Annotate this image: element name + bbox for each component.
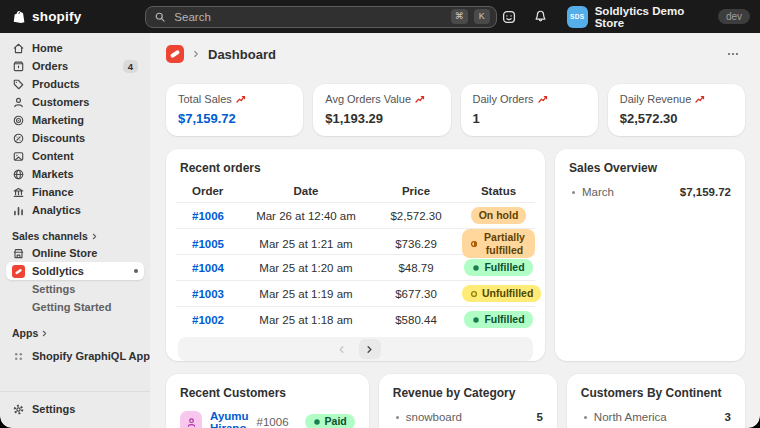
- metric-label: Daily Revenue: [620, 93, 733, 105]
- status-badge: Partially fulfilled: [462, 229, 535, 258]
- list-item: snowboard5: [393, 411, 543, 423]
- sidekick-button[interactable]: [497, 5, 522, 29]
- sidebar-section-apps[interactable]: Apps: [0, 325, 150, 341]
- order-link[interactable]: #1006: [192, 210, 224, 222]
- discounts-icon: [12, 132, 25, 145]
- orders-table-header: OrderDatePriceStatus: [176, 179, 535, 202]
- recent-customers-list: Ayumu Hirano#1006Paid: [180, 410, 355, 428]
- column-header-price: Price: [370, 185, 462, 197]
- breadcrumb-chevron-icon: [191, 49, 201, 59]
- metric-value: $2,572.30: [620, 111, 733, 126]
- list-item-label: North America: [594, 411, 667, 423]
- order-link[interactable]: #1002: [192, 314, 224, 326]
- next-page-button[interactable]: [359, 339, 381, 359]
- table-row: #1002Mar 25 at 1:18 am$580.44Fulfilled: [176, 306, 535, 332]
- status-cell: Fulfilled: [462, 311, 535, 327]
- notifications-bell-button[interactable]: [528, 5, 553, 29]
- sidebar-item-label: Analytics: [32, 204, 81, 216]
- sidebar-footer: Settings: [0, 391, 150, 428]
- sidebar-main-nav: HomeOrders4ProductsCustomersMarketingDis…: [0, 39, 150, 219]
- chevron-right-icon: [90, 232, 99, 241]
- sidebar-item-orders[interactable]: Orders4: [6, 57, 144, 75]
- status-cell: Unfulfilled: [462, 285, 541, 301]
- sidebar-item-markets[interactable]: Markets: [6, 165, 144, 183]
- sidebar-item-online-store[interactable]: Online Store: [6, 244, 144, 262]
- order-cell: #1004: [176, 262, 242, 274]
- sidebar-apps-nav: Shopify GraphiQL App: [0, 347, 150, 365]
- chart-increasing-icon: [415, 94, 425, 104]
- sidebar-sales-channels-nav: Online StoreSoldlyticsSettingsGetting St…: [0, 244, 150, 316]
- metric-card-avg-orders-value: Avg Orders Value$1,193.29: [313, 84, 450, 136]
- global-search[interactable]: ⌘ K: [145, 6, 496, 28]
- page-title: Dashboard: [208, 47, 276, 62]
- table-row: #1003Mar 25 at 1:19 am$677.30Unfulfilled: [176, 280, 535, 306]
- sidebar-item-content[interactable]: Content: [6, 147, 144, 165]
- orders-icon: [12, 60, 25, 73]
- customers-icon: [12, 96, 25, 109]
- home-icon: [12, 42, 25, 55]
- sidebar-item-getting-started[interactable]: Getting Started: [6, 298, 144, 316]
- shopify-wordmark: shopify: [32, 9, 81, 24]
- column-header-order: Order: [176, 185, 242, 197]
- sidebar-item-label: Soldlytics: [32, 265, 84, 277]
- metric-label: Total Sales: [178, 93, 291, 105]
- table-row: #1006Mar 26 at 12:40 am$2,572.30On hold: [176, 202, 535, 228]
- sales-channels-label: Sales channels: [12, 230, 88, 242]
- previous-page-button[interactable]: [331, 339, 353, 359]
- sidebar-item-discounts[interactable]: Discounts: [6, 129, 144, 147]
- notification-dot: [134, 269, 138, 273]
- chart-increasing-icon: [236, 94, 246, 104]
- more-actions-button[interactable]: [722, 45, 744, 63]
- sidebar-item-home[interactable]: Home: [6, 39, 144, 57]
- chevron-right-icon: [40, 329, 49, 338]
- bullet-icon: [584, 416, 587, 419]
- status-badge-label: Unfulfilled: [482, 287, 533, 300]
- metric-cards-row: Total Sales$7,159.72Avg Orders Value$1,1…: [166, 84, 745, 136]
- recent-customers-card: Recent Customers Ayumu Hirano#1006Paid: [166, 374, 369, 428]
- order-link[interactable]: #1003: [192, 288, 224, 300]
- search-input[interactable]: [172, 10, 444, 24]
- sidebar-item-customers[interactable]: Customers: [6, 93, 144, 111]
- marketing-icon: [12, 114, 25, 127]
- customer-avatar: [180, 411, 202, 428]
- list-item-value: $7,159.72: [680, 186, 731, 198]
- sidebar-item-shopify-graphiql-app[interactable]: Shopify GraphiQL App: [6, 347, 144, 365]
- metric-value[interactable]: $7,159.72: [178, 111, 291, 126]
- list-item-value: 3: [725, 411, 731, 423]
- gear-icon: [12, 403, 25, 416]
- list-item: March$7,159.72: [569, 186, 731, 198]
- main-area: Dashboard Total Sales$7,159.72Avg Orders…: [150, 33, 760, 428]
- sidebar-item-finance[interactable]: Finance: [6, 183, 144, 201]
- sales-overview-list: March$7,159.72: [569, 186, 731, 198]
- list-item-label: snowboard: [406, 411, 462, 423]
- sidebar-item-products[interactable]: Products: [6, 75, 144, 93]
- sidebar: HomeOrders4ProductsCustomersMarketingDis…: [0, 33, 150, 428]
- order-link[interactable]: #1005: [192, 238, 224, 250]
- status-badge-label: Partially fulfilled: [482, 231, 527, 257]
- search-icon: [154, 11, 166, 23]
- status-badge: On hold: [471, 207, 527, 223]
- orders-table-body: #1006Mar 26 at 12:40 am$2,572.30On hold#…: [176, 202, 535, 332]
- price-cell: $2,572.30: [370, 210, 462, 222]
- store-avatar: SDS: [567, 6, 588, 28]
- sidebar-item-label: Settings: [32, 283, 75, 295]
- sidebar-item-analytics[interactable]: Analytics: [6, 201, 144, 219]
- sidebar-item-label: Products: [32, 78, 80, 90]
- recent-orders-title: Recent orders: [166, 149, 545, 179]
- chart-increasing-icon: [538, 94, 548, 104]
- sidebar-item-settings[interactable]: Settings: [6, 280, 144, 298]
- sidebar-section-sales-channels[interactable]: Sales channels: [0, 228, 150, 244]
- soldlytics-icon: [12, 265, 25, 278]
- column-header-status: Status: [462, 185, 535, 197]
- account-menu[interactable]: SDS Soldlytics Demo Store dev: [567, 5, 750, 29]
- sidebar-item-soldlytics[interactable]: Soldlytics: [6, 262, 144, 280]
- status-badge-label: On hold: [479, 209, 519, 222]
- order-link[interactable]: #1004: [192, 262, 224, 274]
- topbar-right: SDS Soldlytics Demo Store dev: [497, 5, 760, 29]
- app-grid-icon: [12, 350, 25, 363]
- metric-label-text: Daily Revenue: [620, 93, 692, 105]
- customer-name-link[interactable]: Ayumu Hirano: [210, 410, 249, 428]
- sidebar-item-settings[interactable]: Settings: [6, 400, 144, 418]
- metric-label: Avg Orders Value: [325, 93, 438, 105]
- sidebar-item-marketing[interactable]: Marketing: [6, 111, 144, 129]
